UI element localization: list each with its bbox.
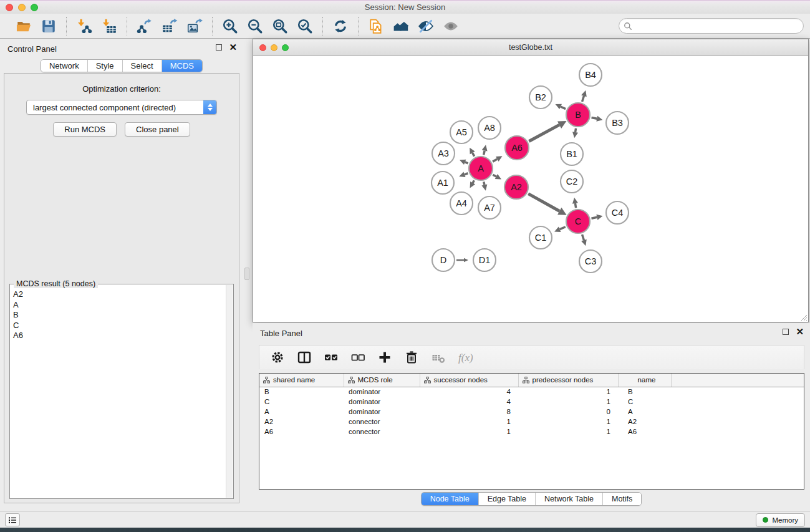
table-cell[interactable]: 1 xyxy=(518,387,618,397)
function-builder-button[interactable]: f(x) xyxy=(457,349,473,365)
select-all-checkboxes-button[interactable] xyxy=(323,349,339,365)
delete-column-trash-button[interactable] xyxy=(403,349,420,365)
table-cell[interactable]: A2 xyxy=(259,417,344,427)
table-cell[interactable]: A6 xyxy=(259,427,344,437)
zoom-out-button[interactable] xyxy=(246,17,264,35)
table-cell[interactable]: A2 xyxy=(618,417,671,427)
float-table-panel-icon[interactable] xyxy=(783,329,789,335)
table-cell[interactable]: connector xyxy=(344,417,420,427)
column-header-shared-name[interactable]: shared name xyxy=(259,374,344,387)
table-cell[interactable]: A6 xyxy=(618,427,671,437)
panel-splitter-handle[interactable] xyxy=(244,268,249,280)
column-header-MCDS-role[interactable]: MCDS role xyxy=(344,374,420,387)
tab-motifs[interactable]: Motifs xyxy=(603,493,641,505)
search-field[interactable] xyxy=(619,18,804,34)
window-titlebar[interactable]: Session: New Session xyxy=(0,0,810,14)
table-cell[interactable]: C xyxy=(259,397,344,407)
column-header-predecessor-nodes[interactable]: predecessor nodes xyxy=(518,374,618,387)
export-network-button[interactable] xyxy=(136,17,153,35)
graph-edge-B-B2[interactable] xyxy=(561,107,566,109)
result-list-item[interactable]: C xyxy=(11,321,226,331)
result-scrollbar[interactable] xyxy=(226,285,233,498)
zoom-fit-button[interactable] xyxy=(271,17,289,35)
result-list-item[interactable]: B xyxy=(11,310,226,321)
network-canvas[interactable]: B4B2BB3A8A5A6A3B1AC2A1A2A4A7C4CC1DD1C3 xyxy=(253,56,808,322)
tab-style[interactable]: Style xyxy=(88,60,123,72)
table-cell[interactable]: connector xyxy=(344,427,420,437)
graph-edge-B-B3[interactable] xyxy=(592,117,597,118)
table-cell[interactable]: dominator xyxy=(344,407,420,417)
graph-edge-A-A6[interactable] xyxy=(493,159,497,162)
refresh-view-button[interactable] xyxy=(332,17,349,35)
tab-network[interactable]: Network xyxy=(41,60,88,72)
run-mcds-button[interactable]: Run MCDS xyxy=(53,122,117,137)
network-window-titlebar[interactable]: testGlobe.txt xyxy=(253,39,808,56)
tab-select[interactable]: Select xyxy=(123,60,162,72)
table-cell[interactable]: 8 xyxy=(420,407,518,417)
graph-edge-A-A4[interactable] xyxy=(473,180,474,183)
graph-edge-B-B1[interactable] xyxy=(576,128,576,132)
graph-edge-A2-C[interactable] xyxy=(528,194,559,211)
graph-edge-A-A1[interactable] xyxy=(465,173,468,175)
tab-network-table[interactable]: Network Table xyxy=(536,493,603,505)
table-cell[interactable]: 1 xyxy=(420,417,518,427)
network-view-window[interactable]: testGlobe.txt B4B2BB3A8A5A6A3B1AC2A1A2A4… xyxy=(253,39,809,322)
graph-edge-A6-B[interactable] xyxy=(529,125,559,141)
window-resize-grip[interactable] xyxy=(799,312,808,321)
delete-table-button[interactable] xyxy=(430,349,446,365)
column-header-name[interactable]: name xyxy=(618,374,671,387)
table-row[interactable]: Cdominator41C xyxy=(259,397,804,407)
table-row[interactable]: Bdominator41B xyxy=(259,387,804,397)
graph-edge-A-A2[interactable] xyxy=(493,175,496,177)
graph-edge-C-C2[interactable] xyxy=(575,203,576,208)
export-image-button[interactable] xyxy=(186,17,203,35)
search-input[interactable] xyxy=(632,20,803,32)
graph-edge-C-C1[interactable] xyxy=(560,227,566,230)
hide-panels-eye-button[interactable] xyxy=(417,17,435,35)
tab-edge-table[interactable]: Edge Table xyxy=(479,493,536,505)
close-table-panel-icon[interactable]: ✕ xyxy=(796,329,804,335)
table-cell[interactable]: 4 xyxy=(420,397,518,407)
table-cell[interactable]: 1 xyxy=(518,427,618,437)
graph-edge-A-A7[interactable] xyxy=(484,181,485,185)
tab-node-table[interactable]: Node Table xyxy=(422,493,479,505)
column-header-successor-nodes[interactable]: successor nodes xyxy=(420,374,518,387)
add-column-button[interactable] xyxy=(377,349,393,365)
table-cell[interactable]: 0 xyxy=(518,407,618,417)
tab-mcds[interactable]: MCDS xyxy=(162,60,202,72)
export-table-button[interactable] xyxy=(161,17,178,35)
table-cell[interactable]: dominator xyxy=(344,387,420,397)
table-cell[interactable]: C xyxy=(618,397,671,407)
open-file-button[interactable] xyxy=(15,17,32,35)
import-table-button[interactable] xyxy=(100,17,118,35)
graph-edge-C-C3[interactable] xyxy=(582,235,584,240)
import-network-button[interactable] xyxy=(75,17,93,35)
result-list-item[interactable]: A2 xyxy=(11,289,226,300)
table-row[interactable]: A6connector11A6 xyxy=(259,427,804,437)
node-table[interactable]: shared nameMCDS rolesuccessor nodesprede… xyxy=(259,373,804,490)
optimization-criterion-select[interactable]: largest connected component (directed) xyxy=(26,100,217,115)
table-cell[interactable]: dominator xyxy=(344,397,420,407)
graph-edge-A-A3[interactable] xyxy=(465,162,468,163)
float-panel-icon[interactable] xyxy=(216,44,222,51)
table-cell[interactable]: 1 xyxy=(518,397,618,407)
table-cell[interactable]: A xyxy=(259,407,344,417)
table-cell[interactable]: B xyxy=(259,387,344,397)
graph-edge-A-A5[interactable] xyxy=(473,153,475,157)
close-panel-button[interactable]: Close panel xyxy=(125,122,190,137)
table-row[interactable]: A2connector11A2 xyxy=(259,417,804,427)
table-cell[interactable]: 4 xyxy=(420,387,518,397)
graph-edge-B-B4[interactable] xyxy=(582,96,584,102)
table-row[interactable]: Adominator80A xyxy=(259,407,804,417)
memory-button[interactable]: Memory xyxy=(756,513,805,527)
table-cell[interactable]: A xyxy=(618,407,671,417)
zoom-in-button[interactable] xyxy=(221,17,239,35)
result-list-item[interactable]: A xyxy=(11,300,226,311)
table-settings-gear-button[interactable] xyxy=(269,349,286,365)
show-eye-button[interactable] xyxy=(442,17,460,35)
home-button[interactable] xyxy=(392,17,410,35)
table-cell[interactable]: 1 xyxy=(518,417,618,427)
column-selector-button[interactable] xyxy=(296,349,312,365)
table-cell[interactable]: B xyxy=(618,387,671,397)
deselect-all-checkboxes-button[interactable] xyxy=(350,349,366,365)
